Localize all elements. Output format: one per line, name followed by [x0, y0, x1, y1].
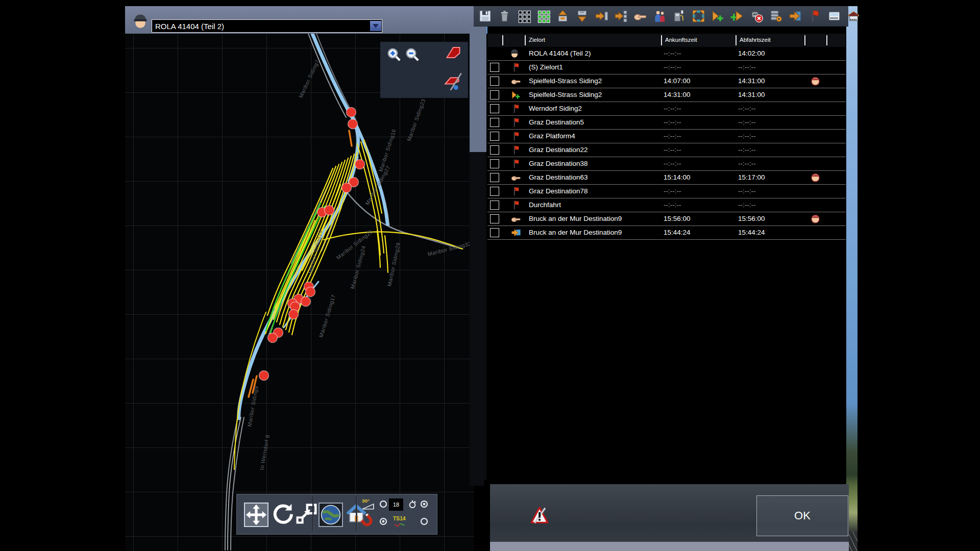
eject-icon[interactable] — [556, 9, 570, 23]
table-row[interactable]: Spielfeld-Strass Siding214:07:0014:31:00 — [487, 74, 846, 88]
row-checkbox[interactable] — [490, 118, 499, 127]
row-checkbox[interactable] — [490, 214, 499, 223]
row-checkbox[interactable] — [490, 132, 499, 141]
table-row[interactable]: Spielfeld-Strass Siding214:31:0014:31:00 — [487, 88, 846, 102]
door-arrow-icon[interactable] — [789, 9, 802, 23]
zoom-out-icon[interactable] — [405, 47, 420, 62]
route-marker[interactable] — [268, 333, 278, 343]
ts-radio[interactable] — [420, 517, 429, 526]
ts-scale-icon[interactable]: TS14 — [391, 515, 408, 528]
slope-radio[interactable] — [379, 499, 388, 509]
zielort-cell: Bruck an der Mur Destination9 — [529, 215, 622, 222]
flag-red-big-icon[interactable] — [808, 9, 822, 23]
row-checkbox[interactable] — [490, 145, 499, 155]
abfahrtszeit-cell: --:--:-- — [738, 187, 755, 195]
driver-avatar-icon — [131, 12, 150, 31]
route-marker[interactable] — [306, 287, 315, 297]
gauge-toggle-icon[interactable] — [407, 498, 418, 510]
insert-b-icon[interactable] — [614, 9, 628, 23]
rotate-view-icon[interactable] — [272, 503, 294, 525]
table-row[interactable]: Graz Destination22--:--:----:--:-- — [487, 143, 846, 157]
db-gear-icon[interactable] — [769, 9, 783, 23]
table-row[interactable]: Bruck an der Mur Destination915:56:0015:… — [487, 212, 846, 226]
table-row[interactable]: Graz Destination78--:--:----:--:-- — [487, 185, 846, 198]
route-marker[interactable] — [348, 119, 358, 129]
hand-icon — [511, 214, 521, 224]
timetable-table: Zielort Ankunftszeit Abfahrtszeit ROLA 4… — [487, 27, 846, 480]
zielort-cell: ROLA 41404 (Teil 2) — [529, 49, 591, 57]
row-checkbox[interactable] — [490, 187, 499, 196]
train-selector-dropdown[interactable]: ROLA 41404 (Teil 2) — [152, 19, 382, 33]
route-marker[interactable] — [325, 206, 334, 215]
row-checkbox[interactable] — [490, 228, 499, 237]
drop-icon[interactable] — [575, 9, 589, 23]
ankunftszeit-cell: 15:14:00 — [664, 173, 691, 181]
save-icon[interactable] — [478, 9, 492, 23]
plus-arrow-icon[interactable] — [730, 9, 744, 23]
dropdown-arrow-button[interactable] — [370, 21, 381, 31]
world-view-icon[interactable] — [318, 503, 343, 527]
snap-magnet-icon[interactable] — [359, 514, 376, 529]
table-row[interactable]: Graz Destination38--:--:----:--:-- — [487, 157, 846, 171]
hand-icon[interactable] — [633, 9, 647, 23]
ok-button[interactable]: OK — [756, 495, 848, 536]
arrows-out-icon[interactable] — [692, 9, 705, 23]
keypad-icon[interactable] — [827, 9, 841, 23]
gradient-marker-large-icon[interactable] — [443, 45, 464, 60]
insert-a-icon[interactable] — [595, 9, 608, 23]
driver-icon — [509, 48, 520, 59]
ankunftszeit-cell: --:--:-- — [664, 132, 681, 140]
table-row[interactable]: (S) Zielort1--:--:----:--:-- — [487, 61, 846, 74]
table-row[interactable]: Durchfahrt--:--:----:--:-- — [487, 198, 846, 212]
grid-green-icon[interactable] — [536, 9, 550, 23]
route-marker[interactable] — [289, 310, 299, 319]
flag-red-icon — [511, 117, 521, 128]
ankunftszeit-cell: 15:44:24 — [664, 229, 691, 236]
route-marker[interactable] — [355, 160, 365, 169]
row-checkbox[interactable] — [490, 173, 499, 182]
fuel-icon[interactable] — [672, 9, 686, 23]
route-markers — [259, 108, 365, 381]
flag-red-icon — [511, 131, 521, 141]
row-checkbox[interactable] — [490, 63, 499, 72]
table-row[interactable]: Bruck an der Mur Destination915:44:2415:… — [487, 226, 846, 240]
cancel-ai-icon[interactable] — [750, 9, 764, 23]
route-marker[interactable] — [259, 371, 269, 381]
trash-icon[interactable] — [498, 9, 511, 23]
table-row[interactable]: Graz Destination5--:--:----:--:-- — [487, 116, 846, 130]
route-marker[interactable] — [342, 183, 352, 193]
pan-move-icon[interactable] — [244, 503, 268, 527]
zielort-cell: (S) Zielort1 — [529, 63, 563, 71]
passenger-face-icon — [810, 172, 821, 183]
table-row[interactable]: Werndorf Siding2--:--:----:--:-- — [487, 102, 846, 116]
gradient-marker-small-icon[interactable] — [443, 71, 464, 93]
row-checkbox[interactable] — [490, 90, 499, 99]
jump-to-icon[interactable] — [295, 503, 317, 525]
passenger-face-icon — [810, 213, 821, 224]
magnet-radio-selected[interactable] — [379, 517, 388, 526]
grid-icon[interactable] — [517, 9, 531, 23]
warning-edit-icon — [530, 506, 549, 525]
ankunftszeit-cell: 14:07:00 — [664, 77, 691, 85]
row-checkbox[interactable] — [490, 77, 499, 86]
row-checkbox[interactable] — [490, 201, 499, 210]
table-row[interactable]: ROLA 41404 (Teil 2)--:--:--14:02:00 — [487, 47, 846, 61]
table-header: Zielort Ankunftszeit Abfahrtszeit — [487, 34, 846, 47]
people-icon[interactable] — [653, 9, 667, 23]
zoom-in-icon[interactable] — [386, 47, 402, 62]
depot-icon[interactable] — [847, 9, 861, 23]
route-marker[interactable] — [301, 297, 311, 307]
arrow-plus-icon[interactable] — [711, 9, 725, 23]
table-row[interactable]: Graz Destination6315:14:0015:17:00 — [487, 171, 846, 185]
gauge-radio-selected[interactable] — [420, 499, 429, 509]
row-checkbox[interactable] — [490, 104, 499, 113]
chevron-down-icon — [373, 24, 379, 28]
map-canvas[interactable]: Maribor Siding16Maribor Siding29Maribor … — [125, 34, 474, 551]
abfahrtszeit-cell: 15:56:00 — [738, 215, 765, 222]
table-row[interactable]: Graz Platform4--:--:----:--:-- — [487, 130, 846, 143]
slope-toggle-icon[interactable]: 30° — [360, 497, 376, 511]
flag-red-icon — [511, 159, 521, 169]
map-titlebar: ROLA 41404 (Teil 2) — [125, 6, 474, 34]
row-checkbox[interactable] — [490, 159, 499, 168]
route-marker[interactable] — [347, 108, 356, 117]
